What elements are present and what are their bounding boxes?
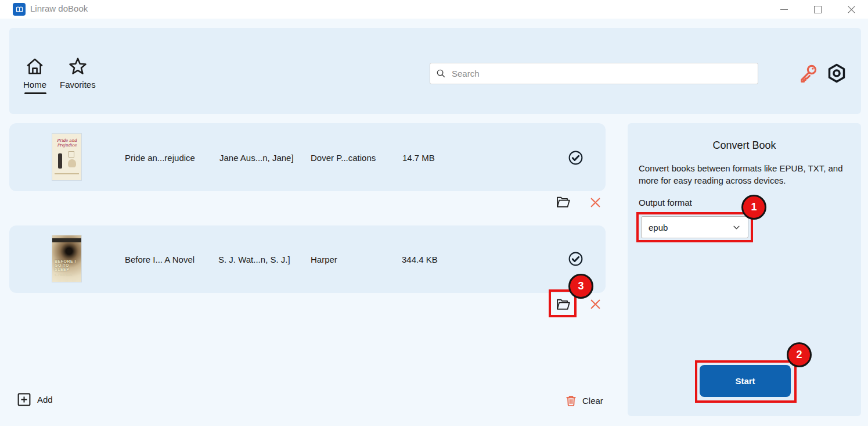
search-box (430, 63, 758, 84)
book-author: S. J. Wat...n, S. J.] (218, 255, 290, 264)
minimize-button[interactable] (767, 0, 801, 19)
add-label: Add (37, 395, 53, 404)
annotation-step-1: 1 (741, 195, 766, 220)
folder-icon (555, 194, 571, 209)
annotation-step-3: 3 (568, 274, 593, 299)
book-cover: BEFORE I GO TO SLEEP S J WATSON (52, 235, 81, 282)
add-book-button[interactable]: Add (16, 391, 127, 408)
plus-square-icon (16, 392, 32, 407)
book-row[interactable] (9, 225, 606, 293)
book-publisher: Dover P...cations (311, 153, 376, 163)
book-size: 344.4 KB (402, 255, 438, 264)
remove-book-button[interactable] (588, 297, 602, 311)
output-format-value: epub (649, 223, 668, 232)
maximize-button[interactable] (801, 0, 834, 19)
maximize-icon (814, 6, 822, 13)
minimize-icon (780, 9, 788, 10)
remove-book-button[interactable] (588, 195, 602, 209)
folder-icon (555, 296, 571, 312)
tab-favorites-label: Favorites (60, 80, 96, 90)
converted-status-icon (567, 149, 584, 166)
close-icon (848, 6, 855, 13)
cover-title-text: BEFORE I GO TO SLEEP (55, 259, 81, 271)
app-logo-icon (13, 3, 26, 16)
cover-title-text: Pride and Prejudice (52, 134, 81, 148)
book-cover: Pride and Prejudice (52, 134, 81, 180)
key-icon (798, 63, 819, 84)
settings-button[interactable] (824, 61, 849, 85)
tab-home-label: Home (23, 80, 46, 90)
clear-label: Clear (582, 396, 603, 406)
search-input[interactable] (451, 68, 752, 79)
book-size: 14.7 MB (402, 153, 435, 163)
output-format-label: Output format (639, 198, 692, 207)
convert-panel-title: Convert Book (628, 139, 861, 152)
active-tab-indicator (24, 92, 46, 94)
home-icon (24, 56, 45, 77)
annotation-step-2: 2 (787, 342, 812, 367)
start-convert-button[interactable]: Start (700, 365, 791, 397)
book-title: Before I... A Novel (125, 255, 195, 264)
app-window: Linraw doBook Home Favorites (0, 0, 868, 426)
register-key-button[interactable] (797, 62, 820, 85)
cover-author-text: S J WATSON (55, 273, 72, 277)
convert-panel-description: Convert books between formats like EPUB,… (639, 162, 851, 187)
title-bar: Linraw doBook (0, 0, 868, 19)
app-title: Linraw doBook (30, 3, 88, 13)
window-controls (767, 0, 868, 19)
open-folder-button[interactable] (554, 296, 572, 312)
clear-list-button[interactable]: Clear (564, 392, 617, 409)
book-publisher: Harper (311, 255, 337, 264)
book-title: Pride an...rejudice (125, 153, 195, 163)
open-folder-button[interactable] (554, 194, 572, 210)
trash-icon (564, 394, 578, 407)
converted-status-icon (567, 250, 584, 267)
output-format-select[interactable]: epub (641, 216, 748, 238)
cover-top-band (52, 238, 81, 242)
search-icon (436, 69, 446, 78)
chevron-down-icon (732, 223, 741, 232)
tab-home[interactable]: Home (23, 56, 46, 90)
close-button[interactable] (834, 0, 868, 19)
book-author: Jane Aus...n, Jane] (219, 153, 294, 163)
star-icon (67, 56, 88, 77)
x-icon (589, 196, 602, 209)
tab-favorites[interactable]: Favorites (60, 56, 96, 90)
cover-illustration (52, 150, 81, 176)
gear-icon (826, 62, 848, 84)
x-icon (589, 298, 602, 310)
book-row[interactable] (9, 123, 606, 191)
